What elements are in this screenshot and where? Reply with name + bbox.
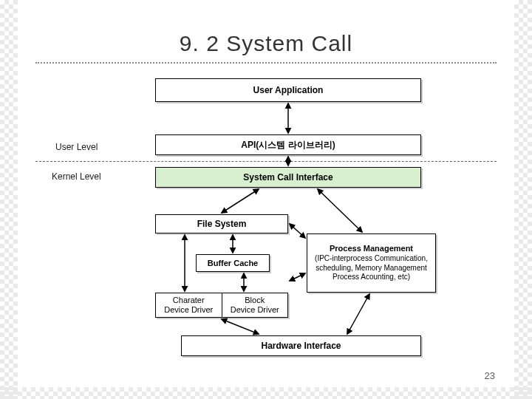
pm-title: Process Management (330, 244, 413, 254)
kernel-level-label: Kernel Level (52, 171, 101, 182)
process-management-box: Process Management (IPC-interprocess Com… (307, 233, 436, 293)
buffer-cache-box: Buffer Cache (196, 254, 270, 272)
page-number: 23 (485, 370, 495, 381)
file-system-box: File System (155, 214, 288, 233)
user-kernel-divider (35, 161, 497, 162)
svg-line-7 (290, 224, 305, 238)
svg-line-3 (318, 189, 362, 232)
device-drivers-box: Charater Device Driver Block Device Driv… (155, 293, 288, 318)
api-box: API(시스템 라이브러리) (155, 134, 421, 155)
user-level-label: User Level (55, 142, 98, 152)
svg-line-9 (222, 319, 259, 334)
user-application-box: User Application (155, 78, 421, 102)
system-call-interface-box: System Call Interface (155, 167, 421, 188)
char-driver-label: Charater Device Driver (156, 293, 222, 317)
hardware-interface-box: Hardware Interface (181, 335, 421, 356)
svg-line-2 (222, 189, 259, 213)
pm-subtitle: (IPC-interprocess Communication, schedul… (310, 254, 432, 282)
svg-line-8 (290, 273, 305, 281)
title-underline (35, 62, 497, 64)
block-driver-label: Block Device Driver (222, 293, 288, 317)
svg-line-10 (347, 294, 369, 334)
page-title: 9. 2 System Call (0, 31, 532, 56)
